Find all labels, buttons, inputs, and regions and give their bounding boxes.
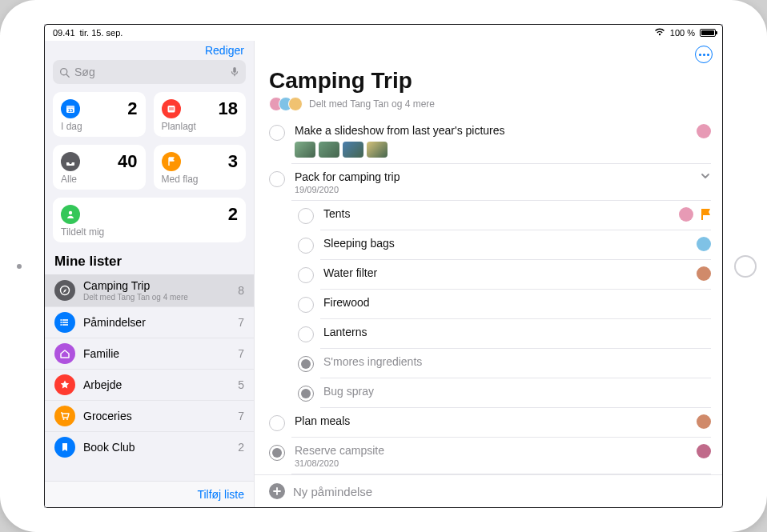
subtask-row[interactable]: S'mores ingredients	[255, 349, 722, 378]
svg-point-10	[69, 211, 72, 214]
complete-toggle[interactable]	[269, 171, 285, 187]
svg-point-17	[60, 324, 62, 326]
complete-toggle[interactable]	[298, 326, 314, 342]
new-reminder-button[interactable]: Ny påmindelse	[255, 474, 722, 507]
assignee-avatar	[697, 237, 711, 251]
smartlist-today[interactable]: 15 2 I dag	[53, 92, 146, 137]
flag-icon	[162, 152, 181, 171]
main-panel: Camping Trip Delt med Tang Tan og 4 mere…	[255, 41, 722, 507]
smartlist-assigned-count: 2	[228, 204, 238, 225]
complete-toggle[interactable]	[298, 297, 314, 313]
thumbnail[interactable]	[343, 142, 363, 158]
smartlist-scheduled[interactable]: 18 Planlagt	[154, 92, 247, 137]
list-row[interactable]: Påmindelser7	[45, 307, 254, 338]
reminder-title: S'mores ingredients	[323, 355, 701, 368]
sidebar-section-title: Mine lister	[45, 242, 254, 274]
list-row[interactable]: Arbejde5	[45, 370, 254, 401]
cart-icon	[54, 406, 75, 426]
avatar	[288, 97, 303, 111]
smartlist-assigned-label: Tildelt mig	[61, 226, 238, 238]
list-count: 5	[238, 378, 244, 391]
smartlist-flagged-label: Med flag	[162, 174, 239, 185]
list-row[interactable]: Groceries7	[45, 401, 254, 432]
search-icon	[59, 67, 70, 78]
chevron-down-icon[interactable]	[700, 170, 711, 182]
reminder-title: Water filter	[323, 266, 687, 279]
plus-icon	[269, 483, 285, 499]
subtask-row[interactable]: Water filter	[255, 260, 722, 290]
list-count: 7	[238, 410, 244, 422]
thumbnail[interactable]	[295, 142, 315, 158]
reminder-title: Lanterns	[323, 326, 701, 338]
smartlist-today-count: 2	[127, 98, 137, 119]
svg-rect-7	[167, 106, 175, 113]
reminder-title: Pack for camping trip	[295, 170, 690, 183]
reminder-title: Plan meals	[295, 414, 687, 427]
bookmark-icon	[54, 437, 75, 458]
list-count: 8	[238, 284, 244, 297]
complete-toggle[interactable]	[298, 356, 314, 372]
assignee-avatar	[697, 124, 711, 138]
reminder-row[interactable]: Plan meals	[255, 408, 722, 438]
thumbnail[interactable]	[367, 142, 388, 158]
svg-point-18	[63, 418, 65, 420]
attachment-thumbnails[interactable]	[295, 142, 687, 158]
subtask-row[interactable]: Tents	[255, 201, 722, 230]
reminder-date: 31/08/2020	[295, 458, 687, 468]
page-title: Camping Trip	[269, 68, 708, 94]
sidebar: Rediger Søg 15	[45, 41, 255, 507]
complete-toggle[interactable]	[298, 208, 314, 224]
list-subtitle: Delt med Tang Tan og 4 mere	[83, 293, 230, 302]
reminder-row[interactable]: Pack for camping trip19/09/2020	[255, 164, 722, 201]
reminder-row[interactable]: Make a slideshow from last year's pictur…	[255, 118, 722, 164]
smartlist-assigned[interactable]: 2 Tildelt mig	[53, 198, 246, 242]
assignee-avatar	[697, 266, 711, 281]
reminder-title: Reserve campsite	[295, 444, 687, 457]
complete-toggle[interactable]	[269, 125, 285, 141]
smartlist-flagged[interactable]: 3 Med flag	[154, 145, 247, 190]
list-row[interactable]: Familie7	[45, 338, 254, 370]
subtask-row[interactable]: Lanterns	[255, 319, 722, 349]
list-name: Camping Trip	[83, 279, 230, 292]
reminder-row[interactable]: Reserve campsite31/08/2020	[255, 438, 722, 474]
list-name: Book Club	[83, 441, 230, 454]
compass-icon	[54, 280, 75, 301]
subtask-row[interactable]: Bug spray	[255, 378, 722, 408]
subtask-row[interactable]: Sleeping bags	[255, 230, 722, 260]
assignee-avatar	[697, 444, 711, 458]
home-button[interactable]	[734, 255, 757, 278]
status-bar: 09.41 tir. 15. sep. 100 %	[45, 25, 722, 41]
more-button[interactable]	[695, 46, 713, 63]
complete-toggle[interactable]	[298, 267, 314, 283]
wifi-icon	[654, 28, 665, 38]
complete-toggle[interactable]	[298, 386, 314, 402]
svg-rect-2	[233, 67, 236, 73]
list-name: Groceries	[83, 410, 230, 422]
complete-toggle[interactable]	[269, 445, 285, 461]
shared-with-row[interactable]: Delt med Tang Tan og 4 mere	[269, 97, 708, 111]
edit-button[interactable]: Rediger	[205, 44, 244, 57]
smartlist-flagged-count: 3	[228, 151, 238, 172]
svg-text:15: 15	[68, 108, 74, 113]
smartlist-scheduled-label: Planlagt	[162, 121, 239, 132]
search-input[interactable]: Søg	[53, 60, 246, 84]
list-icon	[54, 312, 75, 333]
battery-icon	[700, 29, 716, 37]
add-list-button[interactable]: Tilføj liste	[197, 488, 244, 501]
subtask-row[interactable]: Firewood	[255, 290, 722, 319]
list-row[interactable]: Camping TripDelt med Tang Tan og 4 mere8	[45, 274, 254, 307]
complete-toggle[interactable]	[269, 415, 285, 431]
dictate-icon[interactable]	[230, 66, 239, 78]
status-time: 09.41	[53, 28, 75, 38]
svg-line-1	[66, 74, 69, 76]
list-row[interactable]: Book Club2	[45, 432, 254, 462]
calendar-icon	[162, 99, 181, 118]
complete-toggle[interactable]	[298, 238, 314, 254]
ellipsis-icon	[699, 54, 709, 56]
status-date: tir. 15. sep.	[80, 28, 123, 38]
smartlist-all[interactable]: 40 Alle	[53, 145, 146, 190]
list-name: Familie	[83, 347, 230, 360]
tray-icon	[61, 152, 80, 171]
reminder-title: Make a slideshow from last year's pictur…	[295, 124, 687, 137]
thumbnail[interactable]	[319, 142, 339, 158]
